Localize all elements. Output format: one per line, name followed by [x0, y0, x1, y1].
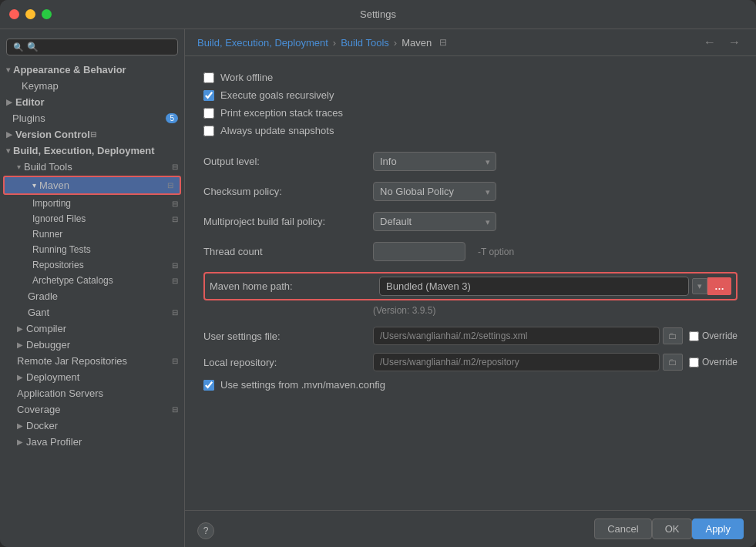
output-level-select[interactable]: Debug Info Warning Error [373, 152, 496, 171]
sidebar-item-build-tools[interactable]: ▾ Build Tools ⊟ [0, 159, 184, 175]
sidebar-item-label: Java Profiler [26, 436, 82, 448]
expand-arrow: ▶ [17, 421, 23, 430]
thread-count-row: Thread count -T option [203, 242, 738, 261]
sidebar-item-label: Plugins [12, 112, 45, 124]
sidebar-item-keymap[interactable]: Keymap [0, 78, 184, 94]
always-update-checkbox[interactable] [203, 126, 214, 136]
cancel-button[interactable]: Cancel [594, 518, 651, 539]
work-offline-row: Work offline [203, 72, 738, 83]
sidebar-item-label: Appearance & Behavior [13, 64, 126, 76]
sidebar-item-label: Remote Jar Repositories [17, 355, 127, 367]
sidebar-item-label: Docker [26, 420, 58, 431]
breadcrumb-build[interactable]: Build, Execution, Deployment [197, 37, 328, 49]
maven-home-browse-button[interactable]: … [707, 277, 731, 295]
expand-arrow: ▶ [17, 438, 23, 446]
minimize-button[interactable] [25, 9, 35, 19]
maximize-button[interactable] [42, 9, 52, 19]
close-button[interactable] [9, 9, 19, 19]
expand-arrow: ▾ [32, 181, 36, 190]
expand-arrow: ▾ [17, 163, 21, 171]
nav-forward-button[interactable]: → [725, 35, 744, 49]
user-settings-folder-button[interactable]: 🗀 [663, 327, 683, 344]
sidebar-item-compiler[interactable]: ▶ Compiler [0, 320, 184, 337]
breadcrumb-build-tools[interactable]: Build Tools [341, 37, 389, 49]
help-button[interactable]: ? [197, 522, 214, 539]
sidebar-item-ignored-files[interactable]: Ignored Files ⊟ [0, 211, 184, 227]
use-settings-label: Use settings from .mvn/maven.config [220, 379, 385, 391]
output-level-control: Debug Info Warning Error [373, 152, 738, 171]
sidebar-item-label: Coverage [17, 404, 60, 415]
titlebar: Settings [0, 0, 756, 29]
pin-icon[interactable]: ⊟ [439, 37, 447, 48]
user-settings-override-checkbox[interactable] [689, 331, 699, 341]
sidebar-item-application-servers[interactable]: Application Servers [0, 385, 184, 401]
search-box[interactable]: 🔍 [6, 39, 178, 55]
thread-count-input[interactable] [373, 242, 465, 261]
maven-home-input[interactable] [379, 277, 689, 296]
sidebar-item-build-execution[interactable]: ▾ Build, Execution, Deployment [0, 143, 184, 159]
sidebar-item-label: Maven [39, 180, 69, 191]
multiproject-policy-control: Default Never Fail At End Fail Fast [373, 212, 738, 231]
multiproject-policy-select[interactable]: Default Never Fail At End Fail Fast [373, 212, 496, 231]
ok-button[interactable]: OK [652, 518, 693, 539]
sidebar-item-deployment[interactable]: ▶ Deployment [0, 369, 184, 385]
traffic-lights [9, 9, 52, 19]
user-settings-input[interactable] [373, 327, 660, 345]
sidebar-item-label: Compiler [26, 323, 66, 334]
checksum-policy-select[interactable]: No Global Policy Ignore Warn Fail [373, 182, 496, 201]
sidebar-item-java-profiler[interactable]: ▶ Java Profiler [0, 434, 184, 450]
sidebar-item-version-control[interactable]: ▶ Version Control ⊟ [0, 126, 184, 143]
sidebar-item-runner[interactable]: Runner [0, 227, 184, 242]
nav-back-button[interactable]: ← [701, 35, 719, 49]
checksum-policy-row: Checksum policy: No Global Policy Ignore… [203, 182, 738, 201]
sidebar-item-label: Deployment [26, 371, 79, 383]
sidebar-item-importing[interactable]: Importing ⊟ [0, 196, 184, 211]
use-settings-checkbox[interactable] [203, 380, 214, 391]
sidebar-item-remote-jar[interactable]: Remote Jar Repositories ⊟ [0, 353, 184, 369]
multiproject-policy-row: Multiproject build fail policy: Default … [203, 212, 738, 231]
sidebar-item-label: Running Tests [32, 244, 91, 255]
sidebar-item-gant[interactable]: Gant ⊟ [0, 304, 184, 320]
user-settings-row: User settings file: 🗀 Override [203, 327, 738, 345]
always-update-label: Always update snapshots [220, 125, 334, 136]
bottom-bar: ? Cancel OK Apply [185, 510, 756, 547]
apply-button[interactable]: Apply [692, 518, 744, 539]
execute-goals-checkbox[interactable] [203, 90, 214, 101]
sidebar-item-appearance[interactable]: ▾ Appearance & Behavior [0, 62, 184, 78]
sidebar-item-debugger[interactable]: ▶ Debugger [0, 337, 184, 353]
t-option-label: -T option [478, 247, 514, 257]
use-settings-row: Use settings from .mvn/maven.config [203, 379, 738, 391]
window-title: Settings [360, 8, 396, 20]
sidebar-item-running-tests[interactable]: Running Tests [0, 242, 184, 257]
sidebar-item-repositories[interactable]: Repositories ⊟ [0, 257, 184, 273]
sidebar-item-label: Build Tools [24, 161, 72, 173]
sidebar-item-label: Debugger [26, 339, 70, 351]
local-repo-folder-button[interactable]: 🗀 [663, 354, 683, 371]
thread-count-label: Thread count [203, 246, 373, 257]
expand-arrow: ▶ [6, 130, 12, 139]
main-content: 🔍 ▾ Appearance & Behavior Keymap ▶ Edito… [0, 29, 756, 547]
repo-icon: ⊟ [172, 357, 178, 365]
multiproject-policy-label: Multiproject build fail policy: [203, 216, 373, 227]
always-update-row: Always update snapshots [203, 125, 738, 136]
print-exception-checkbox[interactable] [203, 108, 214, 119]
version-note: (Version: 3.9.5) [203, 305, 738, 316]
sidebar-item-plugins[interactable]: Plugins 5 [0, 110, 184, 126]
sidebar-item-archetype-catalogs[interactable]: Archetype Catalogs ⊟ [0, 273, 184, 288]
user-settings-override-label: Override [702, 331, 738, 341]
local-repo-override-checkbox[interactable] [689, 357, 699, 367]
expand-arrow: ▶ [6, 98, 12, 106]
sidebar-item-docker[interactable]: ▶ Docker [0, 418, 184, 434]
sidebar-item-editor[interactable]: ▶ Editor [0, 94, 184, 110]
maven-home-label: Maven home path: [210, 280, 379, 292]
maven-home-dropdown-button[interactable]: ▾ [692, 278, 707, 294]
sidebar-item-gradle[interactable]: Gradle [0, 288, 184, 304]
search-input[interactable] [27, 42, 171, 52]
sidebar-item-coverage[interactable]: Coverage ⊟ [0, 401, 184, 418]
nav-arrows: ← → [701, 35, 744, 49]
work-offline-checkbox[interactable] [203, 72, 214, 83]
local-repo-input[interactable] [373, 353, 660, 371]
sidebar-item-maven[interactable]: ▾ Maven ⊟ [3, 176, 181, 195]
repo-icon: ⊟ [172, 277, 178, 285]
sidebar-item-label: Gant [28, 307, 49, 318]
